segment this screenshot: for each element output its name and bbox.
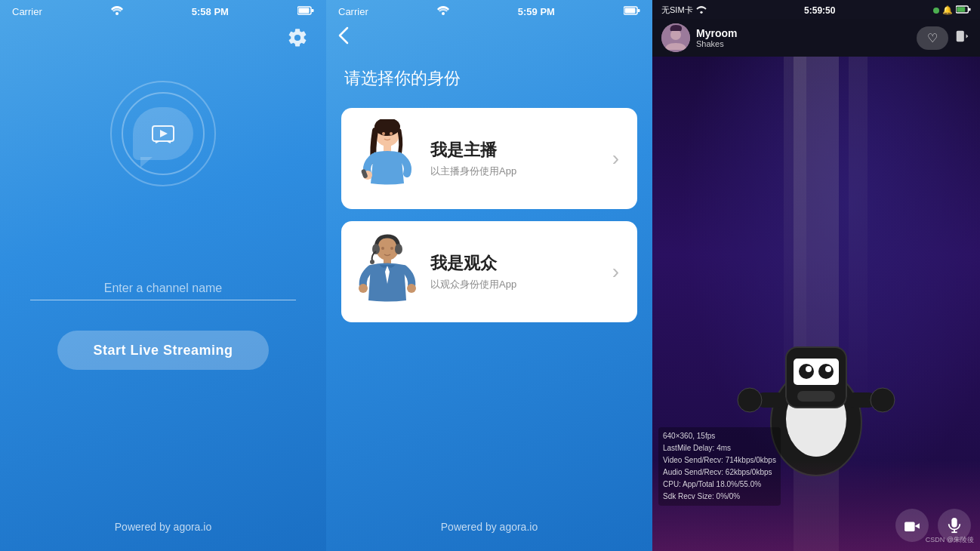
svg-marker-5 [160, 130, 168, 137]
logout-button[interactable] [954, 28, 971, 48]
screen2: Carrier 5:59 PM 请选择你的身份 [326, 0, 652, 551]
svg-point-41 [818, 364, 834, 379]
role-cards-container: 我是主播 以主播身份使用App › [326, 108, 652, 322]
svg-point-47 [738, 388, 762, 412]
play-icon [149, 120, 177, 147]
stat-audio: Audio Send/Recv: 62kbps/0kbps [663, 466, 776, 479]
svg-rect-10 [624, 8, 635, 14]
user-avatar [661, 23, 690, 52]
gear-icon[interactable] [287, 27, 311, 51]
s2-time: 5:59 PM [518, 6, 555, 17]
s3-no-sim: 无SIM卡 [661, 5, 693, 16]
svg-point-29 [700, 11, 702, 13]
broadcaster-card[interactable]: 我是主播 以主播身份使用App › [341, 108, 637, 209]
broadcaster-name: 我是主播 [430, 139, 612, 162]
svg-rect-11 [637, 9, 639, 12]
s2-carrier: Carrier [338, 6, 368, 17]
svg-rect-31 [957, 7, 965, 11]
csdn-watermark: CSDN @朱陵後 [926, 535, 974, 545]
s1-wifi-icon [111, 6, 123, 17]
stats-overlay: 640×360, 15fps LastMile Delay: 4ms Video… [658, 427, 781, 506]
svg-point-8 [442, 12, 445, 15]
screen1-status-bar: Carrier 5:58 PM [0, 0, 326, 20]
broadcaster-avatar [353, 117, 421, 200]
svg-point-17 [382, 132, 385, 135]
svg-point-18 [390, 132, 393, 135]
svg-rect-3 [311, 9, 313, 12]
logo-area [110, 81, 216, 186]
stat-resolution: 640×360, 15fps [663, 430, 776, 442]
s2-battery [624, 6, 640, 17]
svg-point-22 [370, 260, 374, 264]
screen2-status-bar: Carrier 5:59 PM [326, 0, 652, 20]
back-button[interactable] [326, 20, 361, 55]
stat-cpu: CPU: App/Total 18.0%/55.0% [663, 479, 776, 491]
user-sub-label: Shakes [696, 39, 737, 48]
logo-bubble [133, 107, 193, 160]
svg-point-28 [390, 247, 393, 250]
svg-point-34 [670, 29, 681, 40]
logo-mid-ring [122, 92, 205, 175]
s3-battery-icon [956, 5, 971, 15]
s1-time: 5:58 PM [192, 6, 229, 17]
stat-delay: LastMile Delay: 4ms [663, 442, 776, 454]
s1-battery [297, 6, 314, 17]
stat-video: Video Send/Recv: 714kbps/0kbps [663, 454, 776, 466]
svg-rect-44 [797, 391, 835, 402]
svg-rect-50 [951, 518, 957, 528]
svg-point-21 [395, 244, 402, 254]
svg-point-27 [381, 247, 384, 250]
svg-rect-49 [904, 522, 915, 532]
channel-name-input[interactable] [30, 277, 296, 300]
s1-carrier: Carrier [12, 6, 42, 17]
powered-by-label: Powered by agora.io [115, 521, 211, 533]
s3-time: 5:59:50 [804, 5, 835, 16]
broadcaster-desc: 以主播身份使用App [430, 165, 612, 178]
audience-card[interactable]: 我是观众 以观众身份使用App › [341, 221, 637, 322]
channel-input-area [0, 277, 326, 300]
audience-desc: 以观众身份使用App [430, 278, 612, 291]
svg-point-26 [407, 284, 416, 293]
svg-point-43 [825, 366, 831, 372]
audience-avatar [353, 230, 421, 313]
svg-point-42 [806, 366, 812, 372]
svg-point-48 [871, 388, 895, 412]
broadcaster-chevron: › [612, 146, 619, 171]
audience-info: 我是观众 以观众身份使用App [421, 252, 612, 291]
s3-notification-icon: 🔔 [942, 5, 953, 15]
user-name-label: Myroom [696, 27, 737, 39]
broadcaster-info: 我是主播 以主播身份使用App [421, 139, 612, 178]
camera-button[interactable] [895, 509, 929, 542]
user-info: Myroom Shakes [661, 23, 737, 52]
svg-rect-2 [298, 8, 309, 14]
s2-wifi-icon [437, 6, 449, 17]
male-avatar-svg [357, 232, 418, 312]
green-status-dot [933, 8, 939, 14]
svg-point-25 [359, 284, 368, 293]
s3-wifi-icon [696, 6, 707, 15]
svg-point-0 [116, 12, 119, 15]
select-role-title: 请选择你的身份 [344, 67, 461, 90]
screen3: 无SIM卡 5:59:50 🔔 [652, 0, 980, 551]
video-area: 640×360, 15fps LastMile Delay: 4ms Video… [652, 57, 980, 551]
stat-sdk-recv: Sdk Recv Size: 0%/0% [663, 491, 776, 503]
svg-rect-32 [969, 8, 971, 11]
screen1: Carrier 5:58 PM [0, 0, 326, 551]
screen2-powered-by: Powered by agora.io [326, 521, 652, 533]
audience-chevron: › [612, 260, 619, 284]
female-avatar-svg [357, 119, 418, 199]
audience-name: 我是观众 [430, 252, 612, 275]
svg-point-40 [799, 364, 814, 379]
screen3-status-bar: 无SIM卡 5:59:50 🔔 [652, 0, 980, 19]
logo-outer-ring [110, 81, 216, 186]
stream-header-bar: Myroom Shakes ♡ [652, 19, 980, 57]
heart-button[interactable]: ♡ [917, 26, 948, 50]
start-live-streaming-button[interactable]: Start Live Streaming [57, 331, 269, 370]
